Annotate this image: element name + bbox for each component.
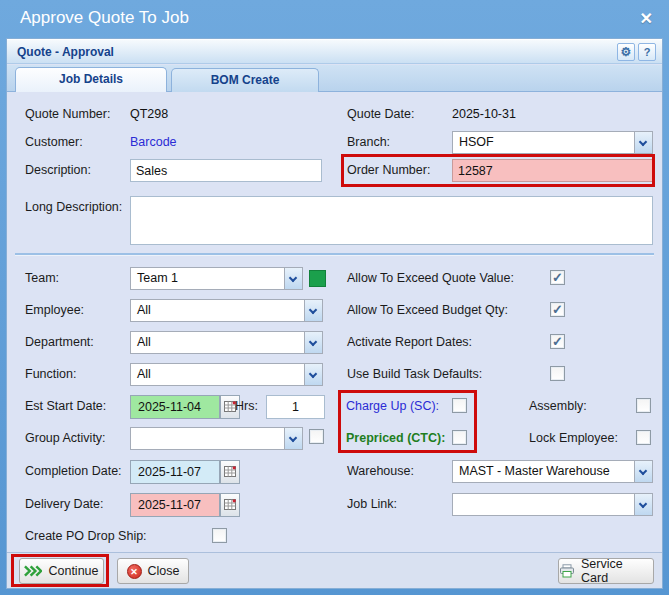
use-build-task-defaults-label: Use Build Task Defaults: bbox=[347, 367, 482, 381]
quote-number-label: Quote Number: bbox=[25, 107, 110, 121]
continue-button[interactable]: Continue bbox=[19, 558, 104, 584]
department-select[interactable]: All bbox=[130, 331, 323, 354]
create-po-drop-ship-label: Create PO Drop Ship: bbox=[25, 529, 147, 543]
completion-date-calendar-icon[interactable] bbox=[220, 460, 240, 484]
description-input[interactable] bbox=[130, 159, 322, 182]
department-value: All bbox=[137, 335, 151, 349]
chevron-down-icon[interactable] bbox=[634, 132, 652, 153]
quote-date-label: Quote Date: bbox=[347, 107, 414, 121]
team-label: Team: bbox=[25, 271, 59, 285]
tab-bom-create[interactable]: BOM Create bbox=[171, 68, 319, 92]
section-divider bbox=[15, 253, 654, 256]
chevron-down-icon[interactable] bbox=[634, 494, 652, 515]
function-label: Function: bbox=[25, 367, 76, 381]
completion-date-input[interactable]: 2025-11-07 bbox=[130, 460, 220, 484]
service-card-button[interactable]: Service Card bbox=[558, 558, 654, 584]
form-body: Quote Number: QT298 Quote Date: 2025-10-… bbox=[7, 92, 662, 551]
employee-select[interactable]: All bbox=[130, 299, 323, 322]
approve-quote-dialog: Approve Quote To Job ✕ Quote - Approval … bbox=[0, 0, 669, 595]
charge-up-label: Charge Up (SC): bbox=[346, 399, 439, 413]
team-color-swatch bbox=[309, 270, 326, 287]
continue-label: Continue bbox=[48, 564, 98, 578]
hrs-input[interactable] bbox=[266, 395, 325, 419]
allow-exceed-budget-qty-checkbox[interactable]: ✓ bbox=[550, 302, 565, 317]
tab-strip: Job Details BOM Create bbox=[7, 65, 662, 92]
tab-job-details[interactable]: Job Details bbox=[15, 67, 167, 92]
gear-icon[interactable]: ⚙ bbox=[617, 43, 635, 61]
est-start-date-label: Est Start Date: bbox=[25, 399, 106, 413]
customer-link[interactable]: Barcode bbox=[130, 135, 177, 149]
branch-select[interactable]: HSOF bbox=[452, 131, 653, 154]
prepriced-label: Prepriced (CTC): bbox=[346, 431, 445, 445]
chevron-down-icon[interactable] bbox=[284, 268, 302, 289]
branch-value: HSOF bbox=[459, 135, 494, 149]
panel-header: Quote - Approval ⚙ ? bbox=[7, 39, 662, 64]
service-card-label: Service Card bbox=[581, 557, 653, 585]
delivery-date-input[interactable]: 2025-11-07 bbox=[130, 493, 220, 517]
activate-report-dates-checkbox[interactable]: ✓ bbox=[550, 334, 565, 349]
chevron-down-icon[interactable] bbox=[284, 428, 302, 449]
title-bar: Approve Quote To Job ✕ bbox=[0, 0, 669, 38]
order-number-label: Order Number: bbox=[347, 163, 430, 177]
create-po-drop-ship-checkbox[interactable] bbox=[212, 528, 227, 543]
help-icon[interactable]: ? bbox=[638, 43, 656, 61]
chevron-down-icon[interactable] bbox=[304, 332, 322, 353]
job-link-label: Job Link: bbox=[347, 497, 397, 511]
function-select[interactable]: All bbox=[130, 363, 323, 386]
warehouse-value: MAST - Master Warehouse bbox=[459, 464, 610, 478]
delivery-date-calendar-icon[interactable] bbox=[220, 493, 240, 517]
long-description-input[interactable] bbox=[130, 196, 653, 245]
allow-exceed-budget-qty-label: Allow To Exceed Budget Qty: bbox=[347, 303, 508, 317]
continue-chevrons-icon bbox=[24, 565, 42, 577]
warehouse-select[interactable]: MAST - Master Warehouse bbox=[452, 460, 653, 483]
close-button[interactable]: ✕ Close bbox=[117, 558, 189, 584]
dialog-title: Approve Quote To Job bbox=[20, 8, 189, 28]
quote-number-value: QT298 bbox=[130, 107, 168, 121]
footer-bar: Continue ✕ Close Service Card bbox=[7, 552, 662, 588]
employee-value: All bbox=[137, 303, 151, 317]
activate-report-dates-label: Activate Report Dates: bbox=[347, 335, 472, 349]
allow-exceed-quote-value-checkbox[interactable]: ✓ bbox=[550, 270, 565, 285]
quote-date-value: 2025-10-31 bbox=[452, 107, 516, 121]
group-activity-select[interactable] bbox=[130, 427, 303, 450]
job-link-select[interactable] bbox=[452, 493, 653, 516]
long-description-label: Long Description: bbox=[25, 200, 122, 214]
lock-employee-checkbox[interactable] bbox=[636, 430, 651, 445]
chevron-down-icon[interactable] bbox=[304, 364, 322, 385]
charge-up-checkbox[interactable] bbox=[452, 398, 467, 413]
printer-icon bbox=[559, 564, 575, 578]
delivery-date-label: Delivery Date: bbox=[25, 497, 104, 511]
branch-label: Branch: bbox=[347, 135, 390, 149]
assembly-label: Assembly: bbox=[529, 399, 587, 413]
order-number-input[interactable] bbox=[452, 159, 653, 182]
close-label: Close bbox=[148, 564, 180, 578]
group-activity-label: Group Activity: bbox=[25, 431, 106, 445]
est-start-date-input[interactable]: 2025-11-04 bbox=[130, 395, 220, 419]
close-icon[interactable]: ✕ bbox=[640, 9, 653, 28]
allow-exceed-quote-value-label: Allow To Exceed Quote Value: bbox=[347, 271, 514, 285]
function-value: All bbox=[137, 367, 151, 381]
quote-approval-panel: Quote - Approval ⚙ ? Job Details BOM Cre… bbox=[6, 38, 663, 589]
assembly-checkbox[interactable] bbox=[636, 398, 651, 413]
description-label: Description: bbox=[25, 163, 91, 177]
close-circle-icon: ✕ bbox=[127, 564, 142, 579]
team-value: Team 1 bbox=[137, 271, 178, 285]
group-activity-checkbox[interactable] bbox=[309, 429, 324, 444]
completion-date-label: Completion Date: bbox=[25, 464, 122, 478]
use-build-task-defaults-checkbox[interactable] bbox=[550, 366, 565, 381]
chevron-down-icon[interactable] bbox=[304, 300, 322, 321]
customer-label: Customer: bbox=[25, 135, 83, 149]
lock-employee-label: Lock Employee: bbox=[529, 431, 618, 445]
warehouse-label: Warehouse: bbox=[347, 464, 414, 478]
chevron-down-icon[interactable] bbox=[634, 461, 652, 482]
prepriced-checkbox[interactable] bbox=[452, 430, 467, 445]
employee-label: Employee: bbox=[25, 303, 84, 317]
department-label: Department: bbox=[25, 335, 94, 349]
panel-title: Quote - Approval bbox=[17, 45, 114, 59]
team-select[interactable]: Team 1 bbox=[130, 267, 303, 290]
hrs-label: Hrs: bbox=[235, 399, 258, 413]
